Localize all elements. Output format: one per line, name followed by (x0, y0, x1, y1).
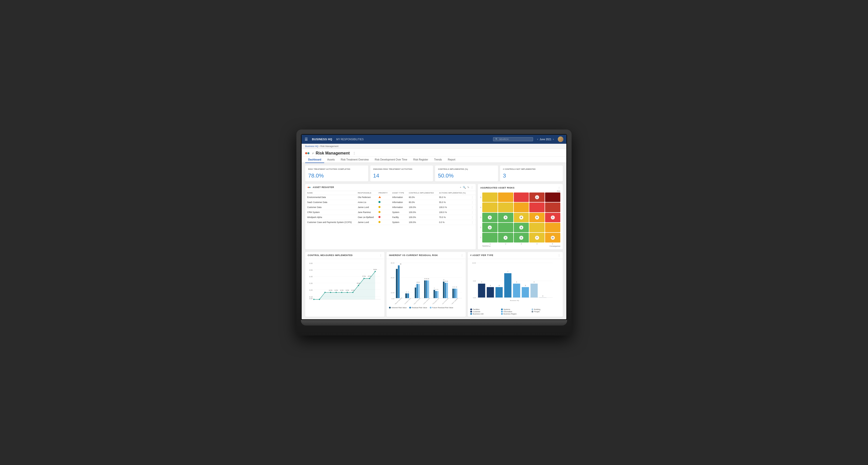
tab-report[interactable]: Report (445, 157, 458, 163)
matrix-cell-4-2 (498, 202, 513, 212)
asset-controls: 80.0% (407, 200, 437, 205)
table-row[interactable]: Customer Case and Payments System (CCPS)… (305, 220, 476, 225)
matrix-cell-4-4 (529, 202, 545, 212)
asset-per-type-menu[interactable]: ⋮ (558, 254, 560, 257)
svg-text:Third party invo...: Third party invo... (432, 297, 440, 304)
legend-facilities: Facilities (470, 308, 499, 310)
matrix-cell-2-5 (545, 223, 560, 232)
asset-row-menu[interactable]: ⋮ (469, 220, 476, 225)
svg-point-16 (319, 299, 320, 300)
asset-name: CRM System (305, 210, 356, 215)
svg-text:25: 25 (398, 267, 400, 268)
matrix-cell-5-4: 1 (529, 193, 545, 202)
asset-row-menu[interactable]: ⋮ (469, 205, 476, 210)
asset-row-menu[interactable]: ⋮ (469, 195, 476, 200)
legend-people: People (532, 311, 560, 312)
page-menu-icon[interactable]: ⋮ (353, 152, 356, 155)
svg-text:13: 13 (445, 281, 446, 282)
svg-text:8: 8 (453, 287, 454, 288)
brand-label[interactable]: BUSINESS HQ (312, 138, 332, 141)
prev-date-button[interactable]: ‹ (537, 137, 538, 141)
svg-point-18 (330, 292, 331, 293)
svg-point-15 (313, 299, 314, 300)
add-icon[interactable]: + (460, 186, 461, 189)
inherent-residual-menu[interactable]: ⋮ (461, 254, 463, 257)
matrix-cell-2-3: 3 (514, 223, 529, 232)
table-row[interactable]: Windpark Alpha Owe Lie Bjelland Facility… (305, 215, 476, 220)
svg-point-25 (369, 278, 370, 279)
asset-actions: 70.0 % (437, 215, 469, 220)
svg-text:Business HQ: Business HQ (510, 299, 519, 301)
tab-trends[interactable]: Trends (431, 157, 445, 163)
svg-rect-109 (478, 284, 485, 298)
more-icon[interactable]: ⋮ (471, 186, 473, 189)
risk-matrix-menu-icon[interactable]: ⋮ (558, 187, 560, 189)
asset-type: Information (390, 205, 407, 210)
asset-name: Environmental Data (305, 195, 356, 200)
page-title: Risk Management (316, 151, 350, 156)
svg-text:12: 12 (418, 282, 420, 283)
tab-dashboard[interactable]: Dashboard (305, 157, 324, 163)
hamburger-icon[interactable]: ☰ (305, 137, 308, 141)
asset-row-menu[interactable]: ⋮ (469, 210, 476, 215)
asset-controls: 100.0% (407, 220, 437, 225)
asset-row-menu[interactable]: ⋮ (469, 215, 476, 220)
control-measures-menu[interactable]: ⋮ (379, 254, 382, 257)
svg-text:37.5%: 37.5% (368, 276, 371, 277)
svg-text:37.5%: 37.5% (362, 276, 366, 277)
svg-rect-62 (405, 293, 407, 298)
kpi-label-3: # CONTROLS NOT IMPLEMENTED (503, 168, 560, 170)
table-row[interactable]: CRM System Jane Ramirez System 100.0% 10… (305, 210, 476, 215)
col-asset-type: ASSET TYPE (390, 191, 407, 195)
laptop-base (301, 320, 567, 326)
legend-future-residual-label: Future Residual Risk Value (432, 307, 453, 308)
user-avatar[interactable] (558, 136, 563, 142)
tab-assets[interactable]: Assets (324, 157, 338, 163)
asset-actions: 55.0 % (437, 200, 469, 205)
svg-rect-113 (496, 287, 503, 298)
table-row[interactable]: Environmental Data Ola Pedersen Informat… (305, 195, 476, 200)
main-content: RISK TREATMENT ACTIVITIES COMPLETED 78.0… (302, 163, 566, 319)
legend-inherent: Inherent Risk Value (389, 307, 407, 308)
kpi-label-0: RISK TREATMENT ACTIVITIES COMPLETED (308, 168, 365, 170)
svg-text:0.00: 0.00 (473, 297, 476, 299)
svg-text:20.00: 20.00 (391, 277, 395, 278)
svg-text:0.40: 0.40 (309, 276, 313, 277)
next-date-button[interactable]: › (553, 137, 554, 141)
legend-inherent-label: Inherent Risk Value (392, 307, 407, 308)
svg-text:0.00: 0.00 (392, 298, 395, 299)
breadcrumb: Business HQ › Risk Management (302, 144, 566, 149)
control-measures-title: CONTROL MEASURES IMPLEMENTED (308, 254, 378, 257)
svg-rect-111 (487, 287, 494, 298)
asset-controls: 100.0% (407, 215, 437, 220)
kpi-label-1: ONGOING RISK TREATMENT ACTIVITIES (373, 168, 430, 170)
search-icon: 🔍 (495, 138, 498, 140)
svg-rect-74 (428, 280, 429, 298)
legend-residual-label: Residual Risk Value (412, 307, 427, 308)
legend-systems-label: Systems (503, 308, 510, 310)
risk-matrix-header: AGGREGATED ASSET RISKS ⋮ (480, 187, 560, 189)
search-input[interactable] (499, 138, 531, 140)
legend-business-region-label: Business Region (503, 313, 517, 315)
kpi-value-2: 50.0% (438, 172, 495, 179)
risk-matrix-title: AGGREGATED ASSET RISKS (480, 187, 515, 189)
tab-risk-register[interactable]: Risk Register (410, 157, 431, 163)
legend-business-unit-label: Business Unit (473, 313, 484, 315)
asset-row-menu[interactable]: ⋮ (469, 200, 476, 205)
edit-icon[interactable]: ✎ (467, 186, 469, 189)
asset-responsible: Janne Lund (356, 220, 376, 225)
table-row[interactable]: Customer Data Janne Lund Information 100… (305, 205, 476, 210)
matrix-container: 12345 1238511311711 12345 Probability (480, 193, 560, 247)
tab-risk-treatment[interactable]: Risk Treatment Overview (338, 157, 372, 163)
svg-text:0.30: 0.30 (309, 283, 313, 284)
matrix-grid: 1238511311711 (482, 193, 560, 242)
my-responsibilities-link[interactable]: MY RESPONSIBILITIES (336, 138, 364, 141)
asset-per-type-card: # ASSET PER TYPE ⋮ 10.00 5.00 0.00 (468, 252, 563, 317)
tab-risk-development[interactable]: Risk Development Over Time (372, 157, 410, 163)
search-icon[interactable]: 🔍 (463, 186, 466, 189)
svg-rect-85 (445, 283, 446, 298)
breadcrumb-home[interactable]: Business HQ (305, 145, 318, 147)
table-row[interactable]: SaaS Customer Data Anne Liu Information … (305, 200, 476, 205)
col-actions: ACTIONS IMPLEMENTED (%) (437, 191, 469, 195)
legend-building-label: Building (534, 308, 540, 310)
